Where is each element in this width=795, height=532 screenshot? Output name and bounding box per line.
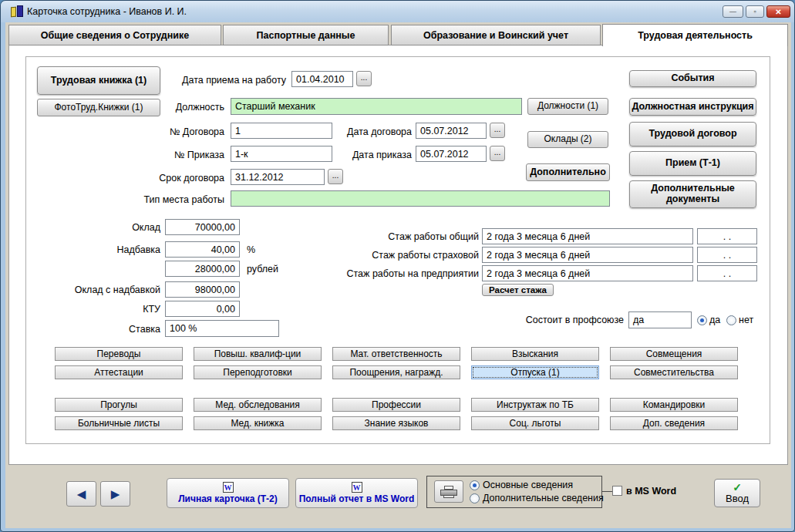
rate-input[interactable]: 100 %	[165, 320, 279, 337]
hire-t1-button[interactable]: Прием (Т-1)	[629, 151, 756, 176]
contract-no-label: № Договора	[155, 126, 224, 137]
tab-labor-activity[interactable]: Трудовая деятельность	[602, 24, 788, 46]
experience-total-label: Стаж работы общий	[363, 231, 479, 242]
rate-label: Ставка	[109, 324, 160, 335]
experience-company-date-input[interactable]: . .	[697, 265, 757, 281]
hire-date-browse-button[interactable]: ...	[356, 71, 372, 86]
print-main-info-radio[interactable]	[470, 480, 480, 490]
union-yes-label: да	[709, 315, 720, 325]
contract-term-label: Срок договора	[147, 173, 224, 184]
in-ms-word-label: в MS Word	[626, 486, 676, 497]
union-input[interactable]: да	[628, 311, 692, 328]
print-button[interactable]	[434, 480, 463, 503]
ktu-input[interactable]: 0,00	[165, 301, 240, 317]
calc-experience-button[interactable]: Расчет стажа	[482, 284, 554, 296]
union-no-label: нет	[739, 315, 753, 325]
position-label: Должность	[155, 102, 224, 113]
grid-button-professions[interactable]: Профессии	[332, 398, 460, 412]
ms-word-icon: W	[223, 482, 234, 493]
personal-card-t2-button[interactable]: W Личная карточка (Т-2)	[167, 478, 289, 508]
contract-term-browse-button[interactable]: ...	[328, 169, 343, 184]
union-no-radio[interactable]	[726, 315, 736, 325]
grid-button-additional-info[interactable]: Доп. сведения	[610, 416, 738, 430]
experience-insured-date-input[interactable]: . .	[697, 247, 757, 263]
order-date-label: Дата приказа	[342, 150, 412, 160]
work-book-photos-button[interactable]: ФотоТруд.Книжки (1)	[37, 99, 160, 116]
grid-button-languages[interactable]: Знание языков	[332, 416, 460, 430]
title-bar[interactable]: Карточка сотрудника - Иванов И. И. — ▫ ✕	[1, 1, 794, 22]
bonus-rubles-unit: рублей	[247, 264, 278, 274]
workplace-type-label: Тип места работы	[140, 194, 224, 205]
additional-button[interactable]: Дополнительно	[526, 163, 610, 181]
grid-button-sick-leaves[interactable]: Больничные листы	[55, 416, 183, 430]
salary-input[interactable]: 70000,00	[165, 219, 240, 235]
contract-term-input[interactable]: 31.12.2012	[231, 169, 325, 185]
salary-label: Оклад	[93, 222, 160, 233]
union-yes-radio[interactable]	[697, 315, 707, 325]
grid-button-retraining[interactable]: Переподготовки	[194, 365, 322, 379]
tab-education-military[interactable]: Образование и Воинский учет	[391, 25, 601, 45]
salaries-button[interactable]: Оклады (2)	[527, 131, 608, 148]
salary-with-bonus-input[interactable]: 98000,00	[165, 281, 240, 298]
grid-button-social-benefits[interactable]: Соц. льготы	[471, 416, 599, 430]
bonus-percent-unit: %	[247, 244, 255, 255]
tab-general-info[interactable]: Общие сведения о Сотруднике	[8, 25, 221, 45]
grid-button-med-book[interactable]: Мед. книжка	[194, 416, 322, 430]
print-additional-info-radio[interactable]	[470, 493, 480, 503]
hire-date-input[interactable]: 01.04.2010	[291, 71, 353, 87]
order-no-input[interactable]: 1-к	[231, 146, 332, 162]
grid-button-business-trips[interactable]: Командировки	[610, 398, 738, 412]
group-connector-line	[602, 491, 612, 492]
grid-button-second-jobs[interactable]: Совместительства	[610, 365, 738, 379]
experience-company-input[interactable]: 2 года 3 месяца 6 дней	[482, 265, 693, 281]
green-check-icon: ✓	[733, 482, 742, 493]
previous-employee-button[interactable]: ◀	[66, 481, 96, 507]
grid-button-absences[interactable]: Прогулы	[55, 398, 183, 412]
job-instruction-button[interactable]: Должностная инструкция	[629, 98, 756, 116]
window-title: Карточка сотрудника - Иванов И. И.	[27, 6, 187, 17]
grid-button-liability[interactable]: Мат. ответственность	[332, 347, 460, 361]
grid-button-vacations[interactable]: Отпуска (1)	[471, 365, 599, 379]
events-button[interactable]: События	[629, 70, 756, 87]
experience-insured-label: Стаж работы страховой	[352, 250, 479, 261]
maximize-button[interactable]: ▫	[746, 5, 764, 18]
tab-passport-data[interactable]: Паспортные данные	[223, 25, 389, 45]
additional-docs-button[interactable]: Дополнительные документы	[629, 180, 756, 208]
full-report-word-label: Полный отчет в MS Word	[299, 493, 415, 504]
work-book-button[interactable]: Трудовая книжка (1)	[37, 66, 160, 95]
close-button[interactable]: ✕	[766, 5, 790, 18]
contract-date-browse-button[interactable]: ...	[490, 123, 505, 138]
grid-button-qualification[interactable]: Повыш. квалиф-ции	[194, 347, 322, 361]
contract-date-input[interactable]: 05.07.2012	[416, 123, 487, 139]
grid-button-penalties[interactable]: Взыскания	[471, 347, 599, 361]
bonus-rubles-input[interactable]: 28000,00	[165, 261, 240, 277]
next-employee-button[interactable]: ▶	[100, 481, 130, 507]
grid-button-combinations[interactable]: Совмещения	[610, 347, 738, 361]
experience-total-input[interactable]: 2 года 3 месяца 6 дней	[482, 228, 693, 244]
enter-button[interactable]: ✓ Ввод	[714, 479, 760, 507]
contract-no-input[interactable]: 1	[231, 123, 332, 139]
printer-icon	[440, 486, 457, 498]
hire-date-label: Дата приема на работу	[163, 75, 286, 86]
grid-button-awards[interactable]: Поощрения, награжд.	[332, 365, 460, 379]
grid-button-med-exams[interactable]: Мед. обследования	[194, 398, 322, 412]
minimize-button[interactable]: —	[723, 5, 743, 18]
grid-button-transfers[interactable]: Переводы	[55, 347, 183, 361]
workplace-type-input[interactable]	[231, 190, 610, 207]
full-report-word-button[interactable]: W Полный отчет в MS Word	[295, 478, 418, 508]
bonus-percent-input[interactable]: 40,00	[165, 241, 240, 258]
order-date-input[interactable]: 05.07.2012	[416, 146, 487, 162]
grid-button-safety-training[interactable]: Инструктаж по ТБ	[471, 398, 599, 412]
print-additional-info-label: Дополнительные сведения	[483, 493, 604, 503]
experience-insured-input[interactable]: 2 года 3 месяца 6 дней	[482, 247, 693, 263]
print-main-info-label: Основные сведения	[483, 480, 573, 490]
labor-contract-button[interactable]: Трудовой договор	[629, 122, 756, 146]
positions-button[interactable]: Должности (1)	[527, 98, 608, 115]
experience-total-date-input[interactable]: . .	[697, 228, 757, 244]
order-no-label: № Приказа	[155, 150, 224, 160]
in-ms-word-checkbox[interactable]	[612, 486, 622, 496]
grid-button-attestations[interactable]: Аттестации	[55, 365, 183, 379]
app-window: Карточка сотрудника - Иванов И. И. — ▫ ✕…	[0, 0, 795, 532]
order-date-browse-button[interactable]: ...	[490, 146, 505, 161]
position-input[interactable]: Старший механик	[231, 98, 522, 115]
